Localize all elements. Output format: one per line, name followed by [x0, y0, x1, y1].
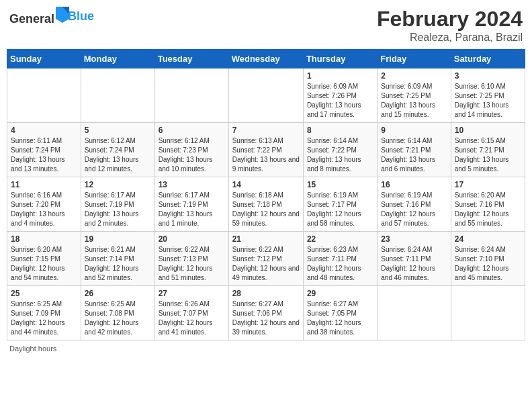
calendar-cell: 15Sunrise: 6:19 AM Sunset: 7:17 PM Dayli…	[303, 177, 377, 232]
day-info: Sunrise: 6:10 AM Sunset: 7:25 PM Dayligh…	[455, 82, 521, 120]
day-info: Sunrise: 6:16 AM Sunset: 7:20 PM Dayligh…	[11, 191, 77, 228]
dow-header-tuesday: Tuesday	[154, 50, 228, 68]
day-number: 13	[159, 180, 225, 189]
day-number: 11	[11, 180, 77, 189]
day-number: 7	[232, 126, 300, 135]
calendar-cell: 3Sunrise: 6:10 AM Sunset: 7:25 PM Daylig…	[451, 68, 525, 123]
logo: General Blue	[9, 7, 94, 26]
calendar-cell: 10Sunrise: 6:15 AM Sunset: 7:21 PM Dayli…	[451, 123, 525, 177]
calendar-cell: 5Sunrise: 6:12 AM Sunset: 7:24 PM Daylig…	[81, 123, 154, 177]
day-number: 15	[307, 180, 373, 189]
calendar-cell	[81, 68, 154, 123]
day-number: 28	[232, 289, 300, 298]
calendar-body: 1Sunrise: 6:09 AM Sunset: 7:26 PM Daylig…	[7, 68, 525, 340]
day-number: 1	[307, 71, 373, 81]
day-info: Sunrise: 6:22 AM Sunset: 7:12 PM Dayligh…	[232, 245, 300, 283]
day-number: 27	[159, 289, 225, 298]
day-info: Sunrise: 6:12 AM Sunset: 7:23 PM Dayligh…	[159, 136, 225, 174]
day-info: Sunrise: 6:25 AM Sunset: 7:09 PM Dayligh…	[11, 300, 77, 337]
calendar-cell: 11Sunrise: 6:16 AM Sunset: 7:20 PM Dayli…	[7, 177, 81, 232]
calendar-cell: 21Sunrise: 6:22 AM Sunset: 7:12 PM Dayli…	[228, 232, 303, 286]
day-number: 6	[159, 126, 225, 135]
calendar-cell: 4Sunrise: 6:11 AM Sunset: 7:24 PM Daylig…	[7, 123, 81, 177]
calendar-cell: 7Sunrise: 6:13 AM Sunset: 7:22 PM Daylig…	[228, 123, 303, 177]
calendar-cell: 19Sunrise: 6:21 AM Sunset: 7:14 PM Dayli…	[81, 232, 154, 286]
calendar-cell: 13Sunrise: 6:17 AM Sunset: 7:19 PM Dayli…	[154, 177, 228, 232]
calendar-cell	[154, 68, 228, 123]
dow-header-monday: Monday	[81, 50, 154, 68]
day-info: Sunrise: 6:24 AM Sunset: 7:11 PM Dayligh…	[381, 245, 447, 283]
day-number: 17	[455, 180, 521, 189]
week-row-4: 18Sunrise: 6:20 AM Sunset: 7:15 PM Dayli…	[7, 232, 525, 286]
day-number: 3	[455, 71, 521, 81]
day-info: Sunrise: 6:19 AM Sunset: 7:16 PM Dayligh…	[381, 191, 447, 228]
logo-icon	[56, 7, 69, 23]
logo-blue: Blue	[68, 9, 94, 24]
calendar-cell	[7, 68, 81, 123]
day-number: 21	[232, 234, 300, 244]
day-info: Sunrise: 6:20 AM Sunset: 7:15 PM Dayligh…	[11, 245, 77, 283]
header: General Blue February 2024 Realeza, Para…	[7, 7, 525, 44]
calendar-cell: 29Sunrise: 6:27 AM Sunset: 7:05 PM Dayli…	[303, 286, 377, 340]
day-number: 25	[11, 289, 77, 298]
calendar-cell: 23Sunrise: 6:24 AM Sunset: 7:11 PM Dayli…	[378, 232, 451, 286]
dow-header-wednesday: Wednesday	[228, 50, 303, 68]
calendar-cell: 18Sunrise: 6:20 AM Sunset: 7:15 PM Dayli…	[7, 232, 81, 286]
dow-header-sunday: Sunday	[7, 50, 81, 68]
day-info: Sunrise: 6:12 AM Sunset: 7:24 PM Dayligh…	[85, 136, 151, 174]
day-info: Sunrise: 6:13 AM Sunset: 7:22 PM Dayligh…	[232, 136, 300, 174]
day-number: 29	[307, 289, 373, 298]
dow-header-saturday: Saturday	[451, 50, 525, 68]
calendar-cell: 8Sunrise: 6:14 AM Sunset: 7:22 PM Daylig…	[303, 123, 377, 177]
day-info: Sunrise: 6:14 AM Sunset: 7:21 PM Dayligh…	[381, 136, 447, 174]
day-number: 19	[85, 234, 151, 244]
calendar-cell: 24Sunrise: 6:24 AM Sunset: 7:10 PM Dayli…	[451, 232, 525, 286]
calendar-cell: 12Sunrise: 6:17 AM Sunset: 7:19 PM Dayli…	[81, 177, 154, 232]
day-info: Sunrise: 6:25 AM Sunset: 7:08 PM Dayligh…	[85, 300, 151, 337]
footer-note: Daylight hours	[7, 345, 525, 353]
day-number: 12	[85, 180, 151, 189]
calendar-cell: 16Sunrise: 6:19 AM Sunset: 7:16 PM Dayli…	[378, 177, 451, 232]
dow-header-friday: Friday	[378, 50, 451, 68]
day-number: 9	[381, 126, 447, 135]
calendar-cell: 2Sunrise: 6:09 AM Sunset: 7:25 PM Daylig…	[378, 68, 451, 123]
day-number: 22	[307, 234, 373, 244]
day-number: 2	[381, 71, 447, 81]
calendar-cell: 14Sunrise: 6:18 AM Sunset: 7:18 PM Dayli…	[228, 177, 303, 232]
sub-title: Realeza, Parana, Brazil	[377, 32, 523, 44]
dow-header-thursday: Thursday	[303, 50, 377, 68]
day-number: 14	[232, 180, 300, 189]
day-info: Sunrise: 6:19 AM Sunset: 7:17 PM Dayligh…	[307, 191, 373, 228]
day-info: Sunrise: 6:17 AM Sunset: 7:19 PM Dayligh…	[159, 191, 225, 228]
day-info: Sunrise: 6:22 AM Sunset: 7:13 PM Dayligh…	[159, 245, 225, 283]
calendar-cell: 20Sunrise: 6:22 AM Sunset: 7:13 PM Dayli…	[154, 232, 228, 286]
calendar-cell: 1Sunrise: 6:09 AM Sunset: 7:26 PM Daylig…	[303, 68, 377, 123]
day-info: Sunrise: 6:23 AM Sunset: 7:11 PM Dayligh…	[307, 245, 373, 283]
calendar: SundayMondayTuesdayWednesdayThursdayFrid…	[7, 49, 525, 340]
main-title: February 2024	[377, 7, 523, 32]
week-row-3: 11Sunrise: 6:16 AM Sunset: 7:20 PM Dayli…	[7, 177, 525, 232]
day-number: 16	[381, 180, 447, 189]
day-number: 20	[159, 234, 225, 244]
day-info: Sunrise: 6:27 AM Sunset: 7:06 PM Dayligh…	[232, 300, 300, 337]
week-row-2: 4Sunrise: 6:11 AM Sunset: 7:24 PM Daylig…	[7, 123, 525, 177]
day-number: 8	[307, 126, 373, 135]
logo-general: General	[9, 12, 54, 26]
day-number: 4	[11, 126, 77, 135]
day-info: Sunrise: 6:11 AM Sunset: 7:24 PM Dayligh…	[11, 136, 77, 174]
day-number: 5	[85, 126, 151, 135]
title-section: February 2024 Realeza, Parana, Brazil	[377, 7, 523, 44]
calendar-cell: 22Sunrise: 6:23 AM Sunset: 7:11 PM Dayli…	[303, 232, 377, 286]
day-info: Sunrise: 6:09 AM Sunset: 7:25 PM Dayligh…	[381, 82, 447, 120]
day-info: Sunrise: 6:18 AM Sunset: 7:18 PM Dayligh…	[232, 191, 300, 228]
week-row-5: 25Sunrise: 6:25 AM Sunset: 7:09 PM Dayli…	[7, 286, 525, 340]
day-info: Sunrise: 6:09 AM Sunset: 7:26 PM Dayligh…	[307, 82, 373, 120]
day-number: 26	[85, 289, 151, 298]
calendar-cell	[228, 68, 303, 123]
day-number: 23	[381, 234, 447, 244]
calendar-cell	[451, 286, 525, 340]
day-info: Sunrise: 6:15 AM Sunset: 7:21 PM Dayligh…	[455, 136, 521, 174]
day-info: Sunrise: 6:20 AM Sunset: 7:16 PM Dayligh…	[455, 191, 521, 228]
day-number: 24	[455, 234, 521, 244]
day-number: 18	[11, 234, 77, 244]
